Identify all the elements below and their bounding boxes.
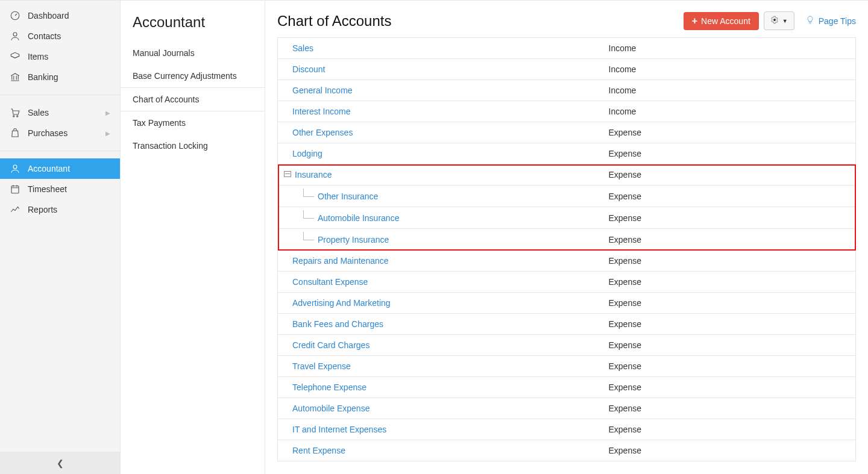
account-name-cell[interactable]: Discount [278, 59, 603, 80]
nav-item-banking[interactable]: Banking [0, 67, 120, 87]
table-row: LodgingExpense [278, 143, 856, 164]
account-name-link[interactable]: Credit Card Charges [292, 340, 370, 350]
account-name-cell[interactable]: Other Expenses [278, 122, 603, 143]
account-name-cell[interactable]: Travel Expense [278, 356, 603, 377]
table-row: Telephone ExpenseExpense [278, 377, 856, 398]
account-name-link[interactable]: Insurance [295, 170, 332, 179]
account-name-link[interactable]: Rent Expense [292, 446, 345, 455]
subnav-item-manual-journals[interactable]: Manual Journals [121, 42, 265, 64]
nav-item-purchases[interactable]: Purchases▶ [0, 123, 120, 143]
account-type-cell: Expense [603, 207, 856, 229]
nav-item-accountant[interactable]: Accountant [0, 158, 120, 179]
tree-branch-icon [303, 210, 314, 219]
svg-point-3 [17, 116, 18, 117]
accounts-table-wrap: SalesIncomeDiscountIncomeGeneral IncomeI… [265, 37, 868, 474]
account-name-cell[interactable]: Lodging [278, 143, 603, 164]
tree-branch-icon [303, 232, 314, 240]
account-name-link[interactable]: Automobile Insurance [318, 213, 399, 223]
nav-item-label: Reports [28, 205, 57, 214]
gear-icon [770, 16, 779, 26]
table-row: General IncomeIncome [278, 80, 856, 101]
sub-nav-title: Accountant [121, 1, 265, 42]
nav-item-dashboard[interactable]: Dashboard [0, 5, 120, 26]
page-header: Chart of Accounts + New Account ▼ Page [265, 1, 868, 37]
nav-separator [0, 95, 120, 95]
nav-item-reports[interactable]: Reports [0, 199, 120, 220]
account-type-cell: Expense [603, 335, 856, 356]
table-row: Repairs and MaintenanceExpense [278, 251, 856, 272]
nav-item-sales[interactable]: Sales▶ [0, 102, 120, 123]
subnav-item-tax-payments[interactable]: Tax Payments [121, 111, 265, 134]
bag-icon [10, 128, 20, 139]
table-row: Travel ExpenseExpense [278, 356, 856, 377]
account-name-cell[interactable]: Advertising And Marketing [278, 293, 603, 314]
subnav-item-transaction-locking[interactable]: Transaction Locking [121, 134, 265, 157]
account-name-link[interactable]: Consultant Expense [292, 277, 368, 287]
account-name-cell[interactable]: Telephone Expense [278, 377, 603, 398]
account-name-link[interactable]: Sales [292, 43, 313, 53]
settings-dropdown-button[interactable]: ▼ [764, 11, 794, 30]
lightbulb-icon [805, 15, 815, 27]
account-name-cell[interactable]: Automobile Insurance [278, 207, 603, 229]
table-row: SalesIncome [278, 38, 856, 59]
account-name-cell[interactable]: Bank Fees and Charges [278, 314, 603, 335]
new-account-button[interactable]: + New Account [684, 12, 759, 30]
account-type-cell: Expense [603, 398, 856, 419]
account-name-link[interactable]: Repairs and Maintenance [292, 256, 389, 266]
account-type-cell: Expense [603, 164, 856, 186]
account-name-link[interactable]: Advertising And Marketing [292, 298, 391, 308]
account-name-link[interactable]: Bank Fees and Charges [292, 319, 383, 329]
account-type-cell: Expense [603, 272, 856, 293]
table-row: IT and Internet ExpensesExpense [278, 419, 856, 440]
account-type-cell: Expense [603, 419, 856, 440]
account-name-cell[interactable]: IT and Internet Expenses [278, 419, 603, 440]
nav-item-label: Purchases [28, 128, 68, 138]
account-name-link[interactable]: General Income [292, 86, 353, 95]
account-name-link[interactable]: Property Insurance [318, 235, 389, 245]
account-name-link[interactable]: IT and Internet Expenses [292, 425, 386, 434]
account-name-cell[interactable]: Automobile Expense [278, 398, 603, 419]
collapse-nav-button[interactable]: ❮ [0, 452, 120, 474]
nav-item-items[interactable]: Items [0, 46, 120, 67]
account-name-cell[interactable]: Insurance [278, 164, 603, 186]
account-name-link[interactable]: Other Expenses [292, 128, 353, 137]
account-name-cell[interactable]: Credit Card Charges [278, 335, 603, 356]
account-type-cell: Expense [603, 293, 856, 314]
account-name-link[interactable]: Other Insurance [318, 192, 378, 201]
account-name-cell[interactable]: Property Insurance [278, 229, 603, 251]
table-row: Automobile InsuranceExpense [278, 207, 856, 229]
account-name-link[interactable]: Telephone Expense [292, 382, 366, 392]
account-name-cell[interactable]: Repairs and Maintenance [278, 251, 603, 272]
account-type-cell: Expense [603, 186, 856, 207]
account-name-link[interactable]: Interest Income [292, 107, 351, 116]
nav-item-contacts[interactable]: Contacts [0, 26, 120, 46]
main-content: Chart of Accounts + New Account ▼ Page [265, 1, 868, 474]
page-tips-link[interactable]: Page Tips [805, 15, 856, 27]
account-name-cell[interactable]: Interest Income [278, 101, 603, 122]
account-name-cell[interactable]: Other Insurance [278, 186, 603, 207]
account-name-link[interactable]: Travel Expense [292, 361, 351, 371]
subnav-item-chart-of-accounts[interactable]: Chart of Accounts [121, 87, 265, 111]
nav-item-label: Items [28, 52, 48, 61]
main-nav: DashboardContactsItemsBanking Sales▶Purc… [0, 1, 121, 474]
caret-down-icon: ▼ [782, 18, 788, 24]
calendar-icon [10, 184, 20, 195]
account-name-cell[interactable]: Sales [278, 38, 603, 59]
nav-item-timesheet[interactable]: Timesheet [0, 179, 120, 199]
table-row: Credit Card ChargesExpense [278, 335, 856, 356]
nav-item-label: Dashboard [28, 11, 69, 20]
account-name-link[interactable]: Lodging [292, 149, 322, 158]
account-name-link[interactable]: Discount [292, 64, 325, 74]
account-name-link[interactable]: Automobile Expense [292, 404, 370, 413]
svg-point-6 [773, 19, 776, 21]
table-row: Other ExpensesExpense [278, 122, 856, 143]
account-type-cell: Expense [603, 440, 856, 461]
subnav-item-base-currency-adjustments[interactable]: Base Currency Adjustments [121, 64, 265, 87]
account-name-cell[interactable]: Consultant Expense [278, 272, 603, 293]
table-row: Property InsuranceExpense [278, 229, 856, 251]
account-type-cell: Expense [603, 143, 856, 164]
account-name-cell[interactable]: Rent Expense [278, 440, 603, 461]
nav-item-label: Accountant [28, 164, 70, 173]
user-icon [10, 163, 20, 174]
account-name-cell[interactable]: General Income [278, 80, 603, 101]
